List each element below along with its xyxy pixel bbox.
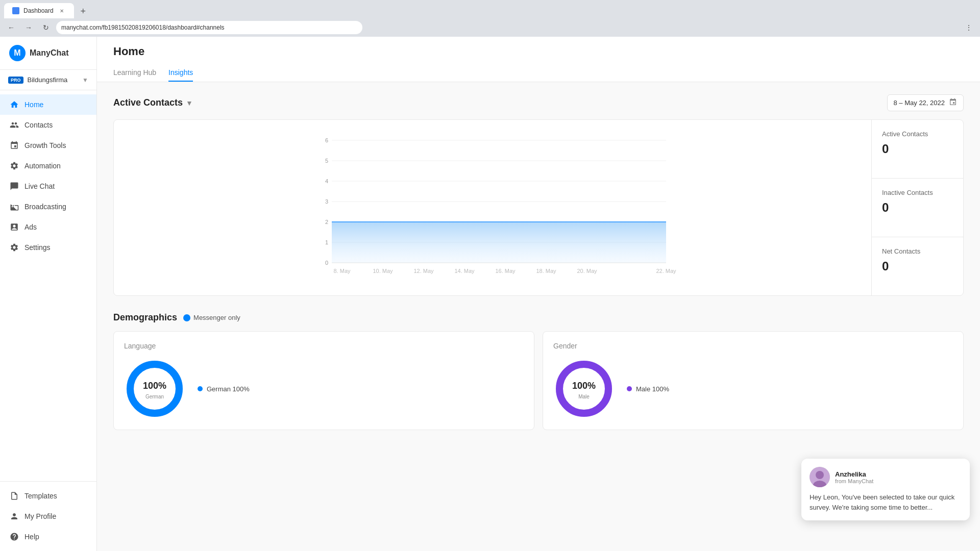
active-contacts-chevron-icon: ▼: [186, 99, 193, 107]
svg-point-29: [816, 471, 824, 479]
gender-legend-label: Male 100%: [636, 385, 669, 393]
sidebar-item-growth-tools[interactable]: Growth Tools: [0, 135, 96, 156]
sidebar-item-label-settings: Settings: [24, 243, 51, 252]
svg-text:1: 1: [325, 239, 328, 245]
help-icon: [9, 532, 19, 542]
chat-from-sub: from ManyChat: [835, 478, 873, 484]
settings-icon: [9, 242, 19, 253]
svg-text:12. May: 12. May: [413, 268, 434, 274]
sidebar-item-label-contacts: Contacts: [24, 121, 53, 129]
extensions-btn[interactable]: ⋮: [962, 20, 976, 35]
demographics-section: Demographics Messenger only Language: [113, 312, 964, 430]
inactive-contacts-stat: Inactive Contacts 0: [872, 179, 963, 237]
nav-items: Home Contacts Growth Tools Automation: [0, 90, 96, 481]
tab-insights[interactable]: Insights: [168, 64, 193, 82]
gender-legend: Male 100%: [627, 385, 669, 393]
my-profile-icon: [9, 511, 19, 521]
net-contacts-stat-label: Net Contacts: [882, 247, 953, 255]
sidebar-item-label-ads: Ads: [24, 223, 37, 231]
address-bar-row: ← → ↻ manychat.com/fb19815020819206018/d…: [0, 18, 980, 37]
gender-donut-sub: Male: [578, 394, 590, 399]
workspace-chevron-icon: ▼: [82, 77, 88, 84]
sidebar-item-home[interactable]: Home: [0, 94, 96, 115]
workspace-name: Bildungsfirma: [28, 76, 79, 84]
new-tab-button[interactable]: +: [76, 4, 90, 18]
svg-text:18. May: 18. May: [536, 268, 556, 274]
sidebar-bottom: Templates My Profile Help: [0, 481, 96, 551]
active-contacts-stat: Active Contacts 0: [872, 120, 963, 179]
svg-text:6: 6: [325, 137, 328, 143]
sidebar-item-broadcasting[interactable]: Broadcasting: [0, 196, 96, 217]
sidebar-item-contacts[interactable]: Contacts: [0, 115, 96, 135]
broadcasting-icon: [9, 202, 19, 212]
chat-bubble[interactable]: Anzhelika from ManyChat Hey Leon, You've…: [801, 459, 970, 520]
demographics-title: Demographics: [113, 312, 177, 323]
sidebar-item-automation[interactable]: Automation: [0, 156, 96, 176]
tab-label: Dashboard: [23, 7, 54, 14]
sidebar-item-help[interactable]: Help: [0, 527, 96, 547]
forward-btn[interactable]: →: [21, 20, 36, 35]
chart-stats: Active Contacts 0 Inactive Contacts 0 Ne…: [871, 120, 963, 295]
tab-close-btn[interactable]: ✕: [58, 7, 66, 15]
sidebar: M ManyChat PRO Bildungsfirma ▼ Home Cont…: [0, 37, 97, 551]
svg-text:3: 3: [325, 198, 328, 205]
sidebar-item-ads[interactable]: Ads: [0, 217, 96, 237]
url-text: manychat.com/fb19815020819206018/dashboa…: [61, 24, 225, 31]
active-contacts-section-header: Active Contacts ▼ 8 – May 22, 2022: [113, 94, 964, 111]
tab-learning-hub[interactable]: Learning Hub: [113, 64, 156, 82]
active-contacts-title-text: Active Contacts: [113, 97, 183, 108]
sidebar-item-label-broadcasting: Broadcasting: [24, 203, 66, 211]
tab-bar: Dashboard ✕ +: [0, 0, 980, 18]
address-bar[interactable]: manychat.com/fb19815020819206018/dashboa…: [56, 21, 362, 34]
active-contacts-stat-label: Active Contacts: [882, 130, 953, 138]
main-content: Active Contacts ▼ 8 – May 22, 2022: [97, 82, 980, 455]
sidebar-item-live-chat[interactable]: Live Chat: [0, 176, 96, 196]
sidebar-item-label-growth-tools: Growth Tools: [24, 141, 66, 149]
svg-text:14. May: 14. May: [454, 268, 475, 274]
messenger-dot-icon: [183, 314, 190, 321]
contacts-icon: [9, 120, 19, 130]
sidebar-item-my-profile[interactable]: My Profile: [0, 506, 96, 527]
svg-text:8. May: 8. May: [333, 268, 351, 274]
date-range-button[interactable]: 8 – May 22, 2022: [887, 94, 964, 111]
home-icon: [9, 99, 19, 110]
demo-cards: Language 100% German: [113, 331, 964, 430]
sidebar-item-templates[interactable]: Templates: [0, 486, 96, 506]
workspace-selector[interactable]: PRO Bildungsfirma ▼: [0, 70, 96, 90]
workspace-badge: PRO: [8, 77, 23, 84]
sidebar-item-settings[interactable]: Settings: [0, 237, 96, 258]
language-legend: German 100%: [198, 385, 250, 393]
svg-text:20. May: 20. May: [577, 268, 597, 274]
gender-donut-label: 100%: [572, 381, 596, 391]
language-legend-item: German 100%: [198, 385, 250, 393]
page-title: Home: [113, 45, 964, 58]
growth-tools-icon: [9, 140, 19, 151]
language-donut: 100% German: [124, 358, 185, 419]
back-btn[interactable]: ←: [4, 20, 18, 35]
active-contacts-title[interactable]: Active Contacts ▼: [113, 97, 193, 108]
net-contacts-stat: Net Contacts 0: [872, 237, 963, 295]
chat-avatar: [810, 467, 830, 487]
svg-text:0: 0: [325, 260, 328, 266]
logo-icon: M: [9, 45, 26, 61]
language-card-title: Language: [124, 342, 524, 350]
inactive-contacts-stat-value: 0: [882, 201, 953, 215]
gender-card: Gender 100% Male: [543, 331, 964, 430]
chat-message-text: Hey Leon, You've been selected to take o…: [810, 492, 962, 512]
reload-btn[interactable]: ↻: [39, 20, 53, 35]
sidebar-item-label-templates: Templates: [24, 492, 57, 500]
language-card: Language 100% German: [113, 331, 534, 430]
sidebar-item-label-help: Help: [24, 533, 39, 541]
chart-panel: 6 5 4 3 2 1 0: [113, 119, 964, 296]
templates-icon: [9, 491, 19, 501]
sidebar-item-label-home: Home: [24, 101, 43, 109]
chat-from-info: Anzhelika from ManyChat: [835, 470, 873, 484]
language-donut-label: 100%: [143, 381, 166, 391]
svg-marker-14: [332, 222, 666, 263]
svg-text:4: 4: [325, 178, 328, 184]
svg-text:5: 5: [325, 158, 328, 164]
ads-icon: [9, 222, 19, 232]
browser-tab[interactable]: Dashboard ✕: [4, 3, 74, 18]
language-legend-label: German 100%: [207, 385, 250, 393]
language-card-body: 100% German German 100%: [124, 358, 524, 419]
